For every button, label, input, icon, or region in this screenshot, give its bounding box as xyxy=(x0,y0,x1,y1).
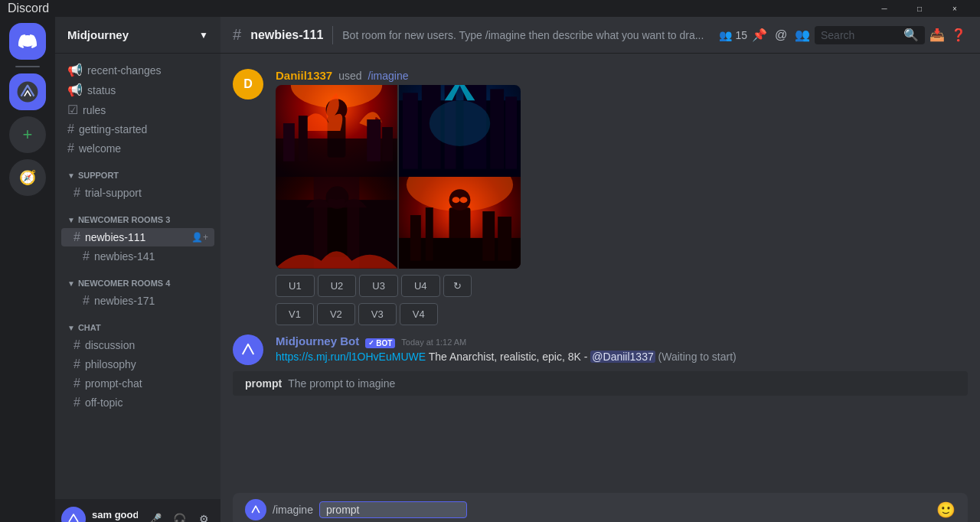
bot-author[interactable]: Midjourney Bot xyxy=(276,334,359,347)
user-controls: 🎤 🎧 ⚙ xyxy=(144,508,214,522)
channel-name: getting-started xyxy=(79,123,208,135)
category-label: SUPPORT xyxy=(78,171,119,180)
prompt-hint: prompt The prompt to imagine xyxy=(233,371,968,396)
avatar: D xyxy=(233,69,263,100)
svg-rect-38 xyxy=(498,217,511,261)
chevron-icon: ▼ xyxy=(67,324,75,332)
search-input[interactable] xyxy=(821,29,900,41)
explore-button[interactable]: 🧭 xyxy=(9,159,46,196)
hash-icon: # xyxy=(74,377,80,390)
hash-icon: # xyxy=(74,338,80,352)
announcement-icon: 📢 xyxy=(67,83,83,97)
channel-hash-icon: # xyxy=(233,26,241,44)
svg-point-19 xyxy=(430,100,491,146)
grid-image-4[interactable]: BURN TONIGHT X xyxy=(399,177,521,269)
add-member-icon[interactable]: 👤+ xyxy=(191,232,208,243)
grid-image-2[interactable]: IVAN TIAN MARY WI... xyxy=(399,85,521,177)
minimize-button[interactable]: ─ xyxy=(867,0,902,17)
upscale-u2-button[interactable]: U2 xyxy=(318,275,357,297)
settings-button[interactable]: ⚙ xyxy=(193,508,214,522)
channel-item-newbies-111[interactable]: # newbies-111 👤+ xyxy=(61,228,214,246)
grid-image-3[interactable]: ANARCHIST xyxy=(276,177,397,269)
variation-v2-button[interactable]: V2 xyxy=(317,303,355,325)
hash-icon: # xyxy=(83,250,90,263)
server-header[interactable]: Midjourney ▼ xyxy=(55,17,220,54)
channel-name: recent-changes xyxy=(87,64,208,77)
server-icon-discord[interactable] xyxy=(9,23,46,60)
help-button[interactable]: ❓ xyxy=(949,26,968,44)
channel-item-prompt-chat[interactable]: # prompt-chat xyxy=(61,374,214,393)
channel-item-newbies-171[interactable]: # newbies-171 xyxy=(61,292,214,310)
channel-item-rules[interactable]: ☑ rules xyxy=(61,100,214,119)
svg-rect-13 xyxy=(403,93,418,168)
title-bar: Discord ─ □ × xyxy=(0,0,980,17)
server-list: + 🧭 xyxy=(0,17,55,522)
category-newcomer4[interactable]: ▼ NEWCOMER ROOMS 4 xyxy=(61,266,214,291)
category-label: NEWCOMER ROOMS 3 xyxy=(78,215,170,224)
prompt-label: prompt xyxy=(245,377,282,390)
message-input-area: /imagine 🙂 xyxy=(220,493,980,522)
channel-item-getting-started[interactable]: # getting-started xyxy=(61,120,214,139)
category-newcomer3[interactable]: ▼ NEWCOMER ROOMS 3 xyxy=(61,203,214,227)
category-chat[interactable]: ▼ CHAT xyxy=(61,311,214,335)
refresh-button[interactable]: ↻ xyxy=(443,275,472,297)
channel-item-off-topic[interactable]: # off-topic xyxy=(61,393,214,412)
emoji-button[interactable]: 🙂 xyxy=(936,501,956,519)
messages-area: D Daniil1337 used /imagine xyxy=(220,54,980,493)
server-name: Midjourney xyxy=(67,28,129,41)
message-author[interactable]: Daniil1337 xyxy=(276,69,332,82)
inbox-button[interactable]: 📥 xyxy=(928,26,946,44)
message-mention[interactable]: @Daniil1337 xyxy=(590,351,655,363)
channel-item-philosophy[interactable]: # philosophy xyxy=(61,355,214,374)
mention-button[interactable]: @ xyxy=(772,26,790,44)
used-text: used xyxy=(338,70,361,82)
hash-icon: # xyxy=(74,186,80,200)
svg-rect-37 xyxy=(482,211,495,261)
members-button[interactable]: 👥 xyxy=(793,26,812,44)
channel-item-newbies-141[interactable]: # newbies-141 xyxy=(61,247,214,266)
maximize-button[interactable]: □ xyxy=(902,0,937,17)
channel-name: rules xyxy=(83,104,208,116)
upscale-buttons: U1 U2 U3 U4 ↻ xyxy=(276,275,968,297)
category-support[interactable]: ▼ SUPPORT xyxy=(61,158,214,183)
image-grid: WARRIOR xyxy=(276,85,521,269)
svg-rect-36 xyxy=(426,207,433,261)
upscale-u1-button[interactable]: U1 xyxy=(276,275,315,297)
variation-v3-button[interactable]: V3 xyxy=(358,303,397,325)
channel-item-status[interactable]: 📢 status xyxy=(61,80,214,100)
channel-item-welcome[interactable]: # welcome xyxy=(61,139,214,158)
message-text: https://s.mj.run/l1OHvEuMUWE The Anarchi… xyxy=(276,350,968,365)
channel-item-recent-changes[interactable]: 📢 recent-changes xyxy=(61,60,214,80)
category-label: NEWCOMER ROOMS 4 xyxy=(78,279,170,288)
search-box[interactable]: 🔍 xyxy=(815,26,925,44)
hash-icon: # xyxy=(67,142,74,155)
pin-button[interactable]: 📌 xyxy=(750,26,769,44)
hash-icon: # xyxy=(74,357,80,371)
server-icon-midjourney[interactable] xyxy=(9,73,46,110)
server-divider xyxy=(15,66,40,67)
prompt-input[interactable] xyxy=(319,501,467,518)
upscale-u3-button[interactable]: U3 xyxy=(359,275,398,297)
grid-image-1[interactable]: WARRIOR xyxy=(276,85,397,177)
message-link[interactable]: https://s.mj.run/l1OHvEuMUWE xyxy=(276,351,426,363)
member-count-value: 15 xyxy=(735,29,747,41)
channel-item-trial-support[interactable]: # trial-support xyxy=(61,184,214,202)
variation-v4-button[interactable]: V4 xyxy=(400,303,438,325)
message-input-container[interactable]: /imagine 🙂 xyxy=(233,493,968,522)
microphone-button[interactable]: 🎤 xyxy=(144,508,165,522)
add-server-button[interactable]: + xyxy=(9,116,46,153)
variation-v1-button[interactable]: V1 xyxy=(276,303,314,325)
channel-name: trial-support xyxy=(85,187,208,199)
imagine-command: /imagine xyxy=(368,70,409,82)
channel-name: status xyxy=(87,84,208,96)
channel-item-discussion[interactable]: # discussion xyxy=(61,336,214,354)
headphones-button[interactable]: 🎧 xyxy=(168,508,190,522)
bot-message-group: Midjourney Bot BOT Today at 1:12 AM http… xyxy=(220,331,980,368)
hash-icon: # xyxy=(74,230,80,244)
message-body: The Anarchist, realistic, epic, 8K - xyxy=(429,351,591,363)
chevron-icon: ▼ xyxy=(67,279,75,288)
app-container: + 🧭 Midjourney ▼ 📢 recent-changes 📢 stat… xyxy=(0,17,980,522)
close-button[interactable]: × xyxy=(937,0,972,17)
variation-buttons: V1 V2 V3 V4 xyxy=(276,303,968,325)
upscale-u4-button[interactable]: U4 xyxy=(401,275,440,297)
